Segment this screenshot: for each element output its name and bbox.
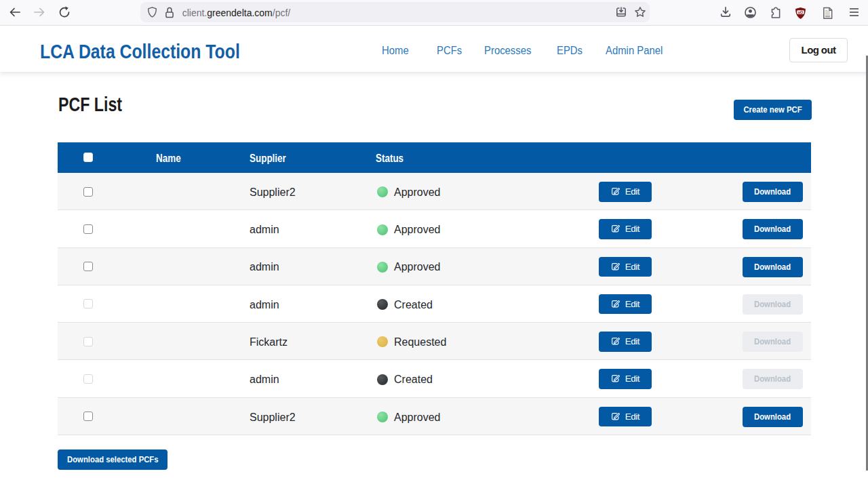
svg-text:uO: uO: [798, 9, 804, 14]
